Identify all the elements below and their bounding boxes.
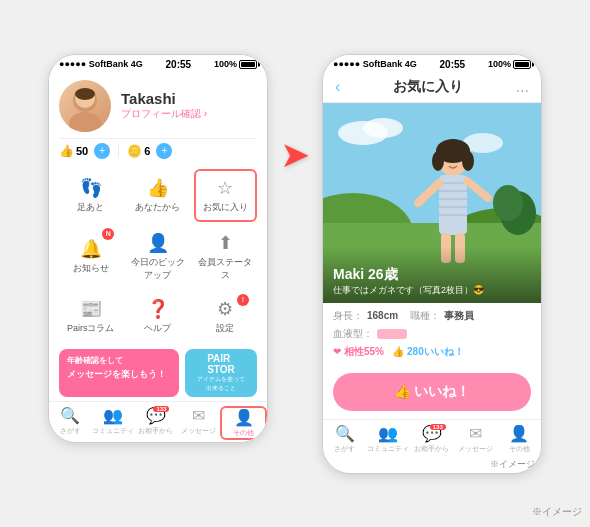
- carrier-2: ●●●●● SoftBank 4G: [333, 59, 417, 69]
- nav-other-2[interactable]: 👤 その他: [497, 424, 541, 454]
- more-button[interactable]: ...: [516, 78, 529, 96]
- menu-settings[interactable]: ! ⚙ 設定: [194, 292, 257, 341]
- avatar: [59, 80, 111, 132]
- stats-row: 👍 50 + 🪙 6 +: [59, 138, 257, 165]
- svg-point-3: [75, 88, 95, 100]
- nav-search-2[interactable]: 🔍 さがす: [323, 424, 367, 454]
- banner-store[interactable]: PAIRSTOR アイテムを使って出来ること: [185, 349, 257, 397]
- svg-point-6: [363, 118, 403, 138]
- add-likes-btn[interactable]: +: [94, 143, 110, 159]
- arrow-container: ➤: [280, 134, 310, 176]
- svg-rect-17: [439, 175, 467, 235]
- pickup-icon: 👤: [147, 232, 169, 254]
- favorites-icon: ☆: [217, 177, 233, 199]
- height-detail: 身長： 168cm: [333, 309, 398, 323]
- blood-value: [377, 329, 407, 339]
- like-count: 👍 280いいね！: [392, 345, 464, 359]
- nav-matches-1[interactable]: 133 💬 お相手から: [135, 406, 178, 440]
- search-nav-icon-2: 🔍: [335, 424, 355, 443]
- coin-icon: 🪙: [127, 144, 142, 158]
- phone2: ●●●●● SoftBank 4G 20:55 100% ‹ お気に入り ...: [322, 54, 542, 474]
- detail-section: 身長： 168cm 職種： 事務員 血液型： ❤ 相性55%: [323, 303, 541, 365]
- menu-column[interactable]: 📰 Pairsコラム: [59, 292, 122, 341]
- profile-card-info: Maki 26歳 仕事ではメガネです（写真2枚目）😎: [323, 246, 541, 303]
- watermark: ※イメージ: [323, 456, 541, 473]
- profile-name: Takashi: [121, 90, 207, 107]
- community-nav-icon-1: 👥: [103, 406, 123, 425]
- help-icon: ❓: [147, 298, 169, 320]
- menu-favorites[interactable]: ☆ お気に入り: [194, 169, 257, 222]
- back-button[interactable]: ‹: [335, 78, 340, 96]
- time-2: 20:55: [440, 59, 466, 70]
- notif-icon: 🔔: [80, 238, 102, 260]
- divider: [118, 144, 119, 158]
- profile-image: Maki 26歳 仕事ではメガネです（写真2枚目）😎: [323, 103, 541, 303]
- column-icon: 📰: [80, 298, 102, 320]
- battery-1: 100%: [214, 59, 257, 69]
- thumbs-icon: 👍: [392, 346, 404, 357]
- compat-item: ❤ 相性55%: [333, 345, 384, 359]
- time-1: 20:55: [166, 59, 192, 70]
- header-title: お気に入り: [393, 78, 463, 96]
- phone1-body: Takashi プロフィール確認 👍 50 + 🪙 6 +: [49, 72, 267, 401]
- svg-point-12: [493, 185, 523, 221]
- nav-matches-2[interactable]: 133 💬 お相手から: [410, 424, 454, 454]
- carrier-1: ●●●●● SoftBank 4G: [59, 59, 143, 69]
- other-nav-icon-1: 👤: [234, 408, 254, 427]
- blood-detail: 血液型：: [333, 327, 407, 341]
- nav-messages-2[interactable]: ✉ メッセージ: [454, 424, 498, 454]
- other-nav-icon-2: 👤: [509, 424, 529, 443]
- watermark-label: ※イメージ: [532, 505, 582, 519]
- menu-pickup[interactable]: 👤 今日のピックアップ: [126, 226, 189, 288]
- card-subtitle: 仕事ではメガネです（写真2枚目）😎: [333, 284, 531, 297]
- svg-point-27: [445, 158, 449, 162]
- messages-nav-icon-1: ✉: [192, 406, 205, 425]
- svg-point-16: [462, 151, 474, 171]
- profile-info: Takashi プロフィール確認: [121, 90, 207, 121]
- nav-community-2[interactable]: 👥 コミュニティ: [367, 424, 411, 454]
- svg-point-1: [69, 112, 101, 132]
- phone1: ●●●●● SoftBank 4G 20:55 100%: [48, 54, 268, 443]
- footprint-icon: 👣: [80, 177, 102, 199]
- menu-from-you[interactable]: 👍 あなたから: [126, 169, 189, 222]
- notif-badge: N: [102, 228, 114, 240]
- menu-help[interactable]: ❓ ヘルプ: [126, 292, 189, 341]
- detail-row-1: 身長： 168cm 職種： 事務員: [333, 309, 531, 323]
- status-bar-2: ●●●●● SoftBank 4G 20:55 100%: [323, 55, 541, 72]
- like-button[interactable]: 👍 いいね！: [333, 373, 531, 411]
- menu-footprint[interactable]: 👣 足あと: [59, 169, 122, 222]
- settings-icon: ⚙: [217, 298, 233, 320]
- nav-search-1[interactable]: 🔍 さがす: [49, 406, 92, 440]
- compat-row: ❤ 相性55% 👍 280いいね！: [333, 345, 531, 359]
- banner-verify[interactable]: 年齢確認をして メッセージを楽しもう！: [59, 349, 179, 397]
- like-icon: 👍: [59, 144, 74, 158]
- community-nav-icon-2: 👥: [378, 424, 398, 443]
- banner-section: 年齢確認をして メッセージを楽しもう！ PAIRSTOR アイテムを使って出来る…: [59, 345, 257, 401]
- arrow-icon: ➤: [280, 134, 310, 176]
- profile-card: Maki 26歳 仕事ではメガネです（写真2枚目）😎: [323, 103, 541, 303]
- card-name: Maki 26歳: [333, 266, 531, 284]
- nav-community-1[interactable]: 👥 コミュニティ: [92, 406, 135, 440]
- nav-other-1[interactable]: 👤 その他: [220, 406, 267, 440]
- profile-section: Takashi プロフィール確認: [59, 72, 257, 138]
- search-nav-icon-1: 🔍: [60, 406, 80, 425]
- coins-stat: 🪙 6: [127, 144, 150, 158]
- add-coins-btn[interactable]: +: [156, 143, 172, 159]
- nav-messages-1[interactable]: ✉ メッセージ: [177, 406, 220, 440]
- messages-nav-icon-2: ✉: [469, 424, 482, 443]
- bottom-nav-2: 🔍 さがす 👥 コミュニティ 133 💬 お相手から ✉ メッセージ 👤 その他: [323, 419, 541, 456]
- membership-icon: ⬆: [218, 232, 233, 254]
- main-wrapper: ●●●●● SoftBank 4G 20:55 100%: [32, 38, 558, 490]
- battery-2: 100%: [488, 59, 531, 69]
- battery-icon-1: [239, 60, 257, 69]
- status-bar-1: ●●●●● SoftBank 4G 20:55 100%: [49, 55, 267, 72]
- fromyou-icon: 👍: [147, 177, 169, 199]
- menu-notifications[interactable]: N 🔔 お知らせ: [59, 226, 122, 288]
- menu-membership[interactable]: ⬆ 会員ステータス: [194, 226, 257, 288]
- likes-stat: 👍 50: [59, 144, 88, 158]
- detail-row-2: 血液型：: [333, 327, 531, 341]
- profile-link[interactable]: プロフィール確認: [121, 107, 207, 121]
- heart-icon: ❤: [333, 346, 341, 357]
- svg-point-15: [432, 151, 444, 171]
- settings-badge: !: [237, 294, 249, 306]
